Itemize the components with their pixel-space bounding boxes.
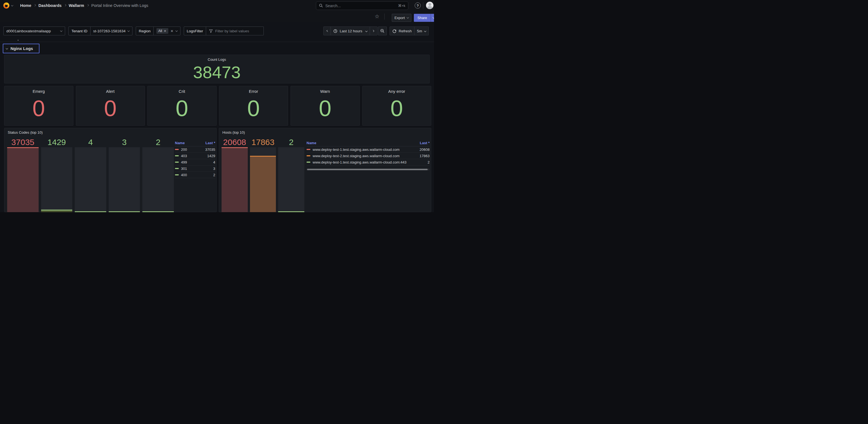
chevron-down-icon [424,30,426,32]
panel-title[interactable]: Crit [148,89,216,94]
gauge-bar [222,147,248,212]
breadcrumb-current-dashboard: Portal Inline Overview with Logs [91,3,148,8]
legend-row[interactable]: 4002 [175,172,215,178]
legend-series-value: 1429 [207,154,215,158]
legend-row[interactable]: 3013 [175,166,215,172]
zoom-out-icon [380,29,384,33]
chevron-down-icon [6,47,8,49]
breadcrumb: Home Dashboards Wallarm Portal Inline Ov… [20,3,148,8]
legend-series-name[interactable]: www.deploy-test-1.test.staging.aws.walla… [313,147,417,152]
gauge-value-label: 3 [109,138,140,147]
status-codes-bar-gauge: 370351429432 [7,138,174,212]
legend-horizontal-scrollbar[interactable] [307,169,430,170]
legend-row[interactable]: www.deploy-test-1.test.staging.aws.walla… [307,146,430,153]
gauge-column: 2 [278,138,304,212]
panel-title[interactable]: Alert [76,89,145,94]
gauge-bar-fill [109,211,140,212]
zoom-out-time-button[interactable] [378,27,387,35]
time-shift-forward-button[interactable] [370,27,377,35]
region-selected-chip[interactable]: All ✕ [156,28,168,34]
legend-series-value: 17863 [420,154,430,158]
app-variable-dropdown[interactable]: d0001ainboxatestmailaapp [3,27,65,35]
breadcrumb-separator-icon [64,4,66,6]
legend-name-header[interactable]: Name [175,141,185,146]
time-range-picker[interactable]: Last 12 hours [331,27,370,35]
gauge-value-label: 37035 [7,138,39,147]
legend-last-header[interactable]: Last * [206,141,215,146]
panel-crit: Crit 0 [147,86,217,126]
refresh-group: Refresh 5m [390,27,429,35]
grafana-dashboard: Home Dashboards Wallarm Portal Inline Ov… [0,0,434,212]
legend-series-name[interactable]: 301 [181,167,211,171]
legend-series-name[interactable]: 400 [181,173,211,177]
refresh-button[interactable]: Refresh [390,27,414,35]
gauge-bar-fill [250,156,276,212]
global-search[interactable]: ⌘+k [316,1,408,10]
legend-series-name[interactable]: www.deploy-test-2.test.staging.aws.walla… [313,154,417,158]
hosts-legend: NameLast *www.deploy-test-1.test.staging… [307,141,430,166]
share-dropdown-button[interactable] [431,14,434,22]
region-label: Region [136,27,154,35]
panel-title[interactable]: Count Logs [4,57,429,62]
panel-emerg: Emerg 0 [4,86,73,126]
row-header-nginx-logs[interactable]: Nginx Logs [3,44,39,53]
help-icon[interactable]: ? [415,2,421,8]
share-button[interactable]: Share [414,14,431,22]
chevron-down-icon [433,16,434,19]
clock-icon [333,29,337,33]
tenant-variable-dropdown[interactable]: Tenant ID st-107263-1581634 [68,27,132,35]
region-variable-dropdown[interactable]: Region All ✕ ✕ [136,27,181,35]
legend-row[interactable]: 20037035 [175,146,215,153]
stat-value: 0 [148,94,216,123]
legend-row[interactable]: www.deploy-test-2.test.staging.aws.walla… [307,153,430,159]
status-codes-legend: NameLast *200370354031429499430134002 [175,141,215,178]
legend-series-name[interactable]: 499 [181,160,211,164]
tenant-label: Tenant ID [69,27,91,35]
user-avatar[interactable] [426,2,433,9]
breadcrumb-folder[interactable]: Wallarm [69,3,84,8]
funnel-icon [209,29,213,33]
grafana-logo[interactable] [3,2,13,8]
favorite-star-icon[interactable]: ☆ [375,14,379,19]
breadcrumb-dashboards[interactable]: Dashboards [38,3,62,8]
gauge-column: 2 [143,138,174,212]
gauge-value-label: 17863 [250,138,276,147]
share-button-group: Share [414,14,434,22]
legend-series-name[interactable]: 200 [181,147,203,152]
search-input[interactable] [325,4,398,8]
remove-chip-icon[interactable]: ✕ [164,29,166,33]
legend-row[interactable]: www.deploy-test-1.test.staging.aws.walla… [307,159,430,166]
export-button[interactable]: Export [392,14,411,22]
gauge-bar [7,147,39,212]
time-shift-back-button[interactable] [323,27,331,35]
scrollbar-thumb[interactable] [307,169,428,170]
grafana-flame-icon [3,2,9,8]
gauge-bar [109,147,140,212]
gauge-bar [143,147,174,212]
breadcrumb-home[interactable]: Home [20,3,31,8]
panel-title[interactable]: Status Codes (top 10) [8,131,42,135]
panel-title[interactable]: Warn [291,89,360,94]
row-title: Nginx Logs [10,46,33,51]
legend-series-name[interactable]: 403 [181,154,205,158]
panel-title[interactable]: Hosts (top 10) [222,131,245,135]
legend-series-name[interactable]: www.deploy-test-1.test.staging.aws.walla… [313,160,425,164]
legend-row[interactable]: 4994 [175,159,215,166]
label-filter-input[interactable] [215,29,261,33]
panel-title[interactable]: Emerg [4,89,73,94]
panel-status-codes: Status Codes (top 10) 370351429432 NameL… [4,128,217,212]
refresh-interval-dropdown[interactable]: 5m [414,27,429,35]
legend-row[interactable]: 4031429 [175,153,215,159]
chevron-down-icon [407,16,409,19]
panel-title[interactable]: Error [219,89,288,94]
export-label: Export [395,16,405,20]
legend-series-swatch [175,162,179,163]
legend-series-swatch [175,174,179,175]
clear-selection-icon[interactable]: ✕ [170,29,174,33]
gauge-column: 4 [75,138,106,212]
legend-last-header[interactable]: Last * [420,141,430,146]
scroll-indicator-dot [18,40,19,40]
legend-series-value: 3 [213,167,215,171]
legend-name-header[interactable]: Name [307,141,316,146]
panel-title[interactable]: Any error [363,89,431,94]
